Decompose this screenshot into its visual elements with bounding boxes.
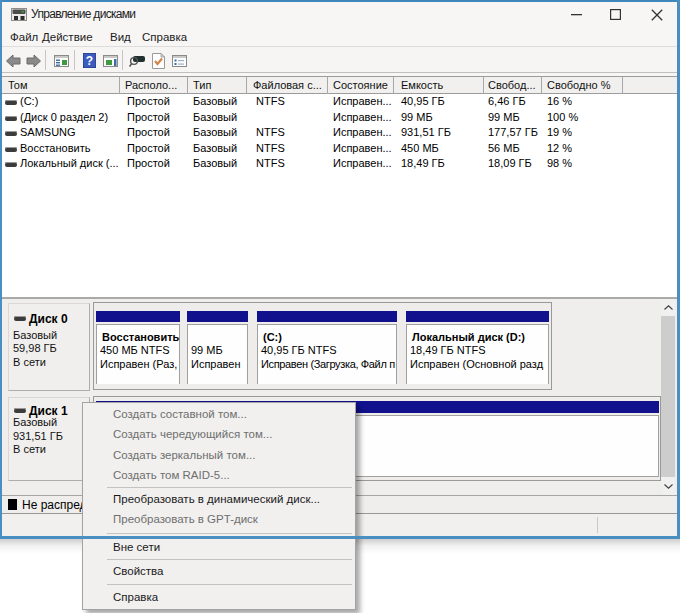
svg-text:?: ? — [86, 54, 93, 68]
